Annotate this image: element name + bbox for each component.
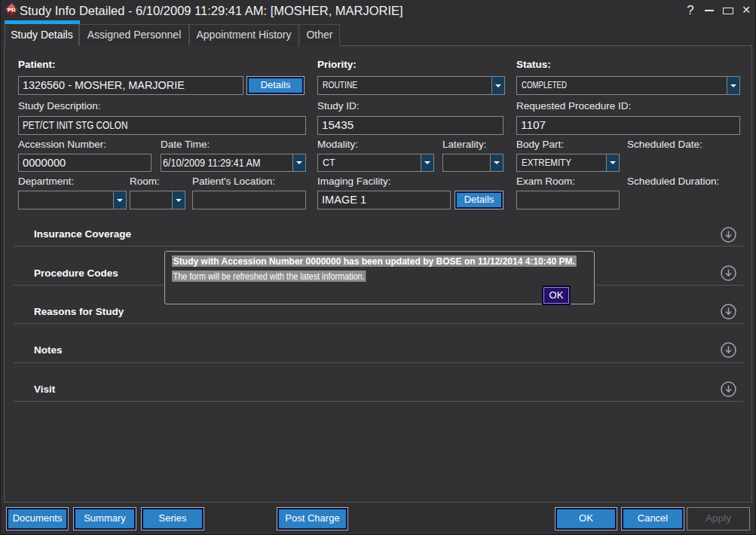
svg-text:PR: PR (8, 7, 16, 14)
